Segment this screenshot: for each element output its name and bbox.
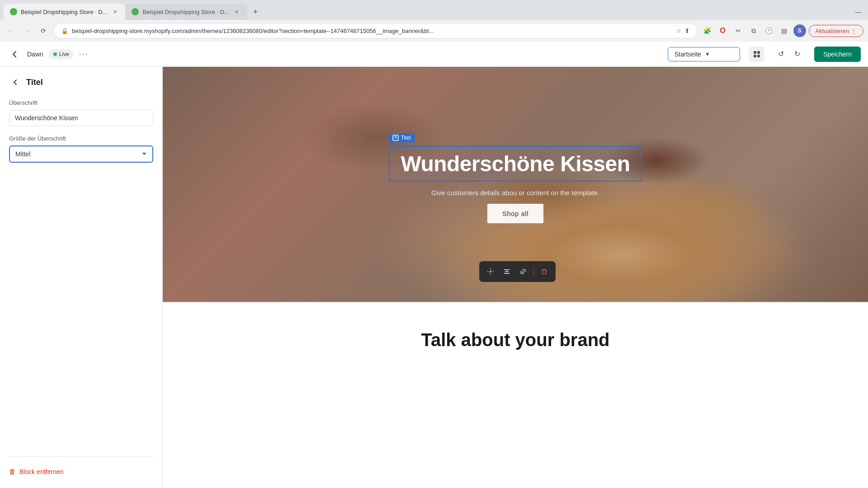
profile-avatar[interactable]: S xyxy=(793,24,806,37)
page-dropdown[interactable]: Startseite ▼ xyxy=(668,47,740,61)
svg-rect-3 xyxy=(757,55,760,57)
page-dropdown-value: Startseite xyxy=(675,51,701,58)
svg-rect-2 xyxy=(754,55,756,57)
back-nav-button[interactable]: ← xyxy=(5,24,17,37)
block-entfernen-button[interactable]: 🗑 Block entfernen xyxy=(9,464,63,479)
hero-subtitle: Give customers details abou or content o… xyxy=(431,189,599,197)
toolbar-divider xyxy=(533,267,534,276)
main-area: Titel Überschrift Größe der Überschrift … xyxy=(0,67,868,488)
toolbar-link-button[interactable] xyxy=(516,265,530,278)
toolbar-delete-button[interactable] xyxy=(538,265,551,278)
sidebar-toggle-icon[interactable]: ▤ xyxy=(778,24,791,37)
sidebar-footer: 🗑 Block entfernen xyxy=(9,456,153,479)
tab-close-1[interactable]: ✕ xyxy=(111,8,119,16)
grosse-select[interactable]: Klein Mittel Groß xyxy=(9,145,153,163)
screenshot-icon[interactable]: ✂ xyxy=(732,24,745,37)
address-bar-row: ← → ⟳ 🔒 beispiel-dropshipping-store.mysh… xyxy=(0,20,868,42)
titel-badge-icon xyxy=(392,135,399,141)
tab-favicon-1 xyxy=(10,8,17,15)
extensions-icon[interactable]: 🧩 xyxy=(701,24,714,37)
titel-badge-label: Titel xyxy=(401,135,410,141)
tab-favicon-2 xyxy=(132,8,139,15)
link-icon xyxy=(519,268,527,275)
toolbar-align-button[interactable] xyxy=(500,265,514,278)
svg-rect-8 xyxy=(505,271,509,272)
redo-button[interactable]: ↻ xyxy=(790,47,805,62)
new-tab-button[interactable]: + xyxy=(249,5,262,18)
aktualisieren-dropdown-icon: ⋮ xyxy=(851,28,857,34)
tab-active[interactable]: Beispiel Dropshipping Store · D... ✕ xyxy=(4,4,125,20)
reload-nav-button[interactable]: ⟳ xyxy=(37,24,50,37)
tab-inactive[interactable]: Beispiel Dropshipping Store · D... ✕ xyxy=(125,4,247,20)
tab-search-icon[interactable]: ⧉ xyxy=(747,24,760,37)
bookmark-icon[interactable]: ☆ xyxy=(676,27,682,34)
more-options-button[interactable]: ··· xyxy=(79,49,89,59)
shopify-editor-header: Dawn Live ··· Startseite ▼ ↺ ↻ Speichern xyxy=(0,42,868,67)
titel-block-wrapper: Titel Wunderschöne Kissen xyxy=(389,146,642,182)
uberschrift-input[interactable] xyxy=(9,110,153,126)
address-bar[interactable]: 🔒 beispiel-dropshipping-store.myshopify.… xyxy=(53,23,698,38)
hero-title-box[interactable]: Wunderschöne Kissen xyxy=(389,146,642,182)
trash-toolbar-icon xyxy=(541,268,547,275)
shopify-back-button[interactable] xyxy=(7,47,22,61)
uberschrift-label: Überschrift xyxy=(9,99,153,106)
live-badge: Live xyxy=(49,49,74,59)
shop-all-label: Shop all xyxy=(502,210,528,217)
canvas-inner: Titel Wunderschöne Kissen Give customers… xyxy=(163,67,868,488)
tab-title-2: Beispiel Dropshipping Store · D... xyxy=(142,9,229,15)
aktualisieren-label: Aktualisieren xyxy=(816,28,849,34)
trash-icon: 🗑 xyxy=(9,468,16,475)
tab-close-2[interactable]: ✕ xyxy=(233,8,241,16)
speichern-button[interactable]: Speichern xyxy=(814,47,861,62)
tab-title-1: Beispiel Dropshipping Store · D... xyxy=(21,9,107,15)
address-text: beispiel-dropshipping-store.myshopify.co… xyxy=(72,28,672,34)
speichern-label: Speichern xyxy=(823,51,852,58)
live-dot xyxy=(53,52,57,56)
hero-title: Wunderschöne Kissen xyxy=(401,151,630,176)
undo-button[interactable]: ↺ xyxy=(774,47,789,62)
tab-bar: Beispiel Dropshipping Store · D... ✕ Bei… xyxy=(0,0,868,20)
hero-section: Titel Wunderschöne Kissen Give customers… xyxy=(163,67,868,302)
align-icon xyxy=(503,268,510,275)
svg-rect-1 xyxy=(757,51,760,54)
page-dropdown-arrow-icon: ▼ xyxy=(705,51,710,57)
titel-badge: Titel xyxy=(389,133,414,142)
history-icon[interactable]: 🕐 xyxy=(763,24,775,37)
browser-right-icons: 🧩 O ✂ ⧉ 🕐 ▤ S Aktualisieren ⋮ xyxy=(701,24,863,37)
tab-right-controls: — xyxy=(852,5,864,18)
floating-toolbar xyxy=(479,261,556,282)
share-icon[interactable]: ⬆ xyxy=(684,27,690,34)
svg-rect-9 xyxy=(504,273,509,274)
theme-name-label: Dawn xyxy=(27,51,43,58)
minimize-icon[interactable]: — xyxy=(852,5,864,18)
toolbar-move-button[interactable] xyxy=(484,265,497,278)
undo-redo-controls: ↺ ↻ xyxy=(774,47,805,62)
grid-view-icon[interactable] xyxy=(749,47,764,62)
sidebar-header: Titel xyxy=(9,76,153,89)
svg-rect-7 xyxy=(504,269,509,270)
address-icons: ☆ ⬆ xyxy=(676,27,690,34)
opera-icon[interactable]: O xyxy=(717,24,729,37)
aktualisieren-button[interactable]: Aktualisieren ⋮ xyxy=(809,25,863,37)
sidebar-title: Titel xyxy=(26,78,43,87)
grosse-label: Größe der Überschrift xyxy=(9,135,153,142)
browser-chrome: Beispiel Dropshipping Store · D... ✕ Bei… xyxy=(0,0,868,42)
move-icon xyxy=(487,268,494,275)
forward-nav-button[interactable]: → xyxy=(21,24,33,37)
block-entfernen-label: Block entfernen xyxy=(19,468,63,475)
canvas-area: Titel Wunderschöne Kissen Give customers… xyxy=(163,67,868,488)
live-label: Live xyxy=(59,51,69,57)
sidebar-back-arrow-icon xyxy=(12,79,19,86)
shop-all-button[interactable]: Shop all xyxy=(487,204,543,223)
svg-rect-0 xyxy=(754,51,756,54)
view-icons xyxy=(749,47,764,62)
brand-title: Talk about your brand xyxy=(181,330,850,350)
lock-icon: 🔒 xyxy=(61,28,68,34)
brand-section: Talk about your brand xyxy=(163,303,868,368)
sidebar-back-button[interactable] xyxy=(9,76,22,89)
back-arrow-icon xyxy=(10,50,19,59)
sidebar-panel: Titel Überschrift Größe der Überschrift … xyxy=(0,67,163,488)
